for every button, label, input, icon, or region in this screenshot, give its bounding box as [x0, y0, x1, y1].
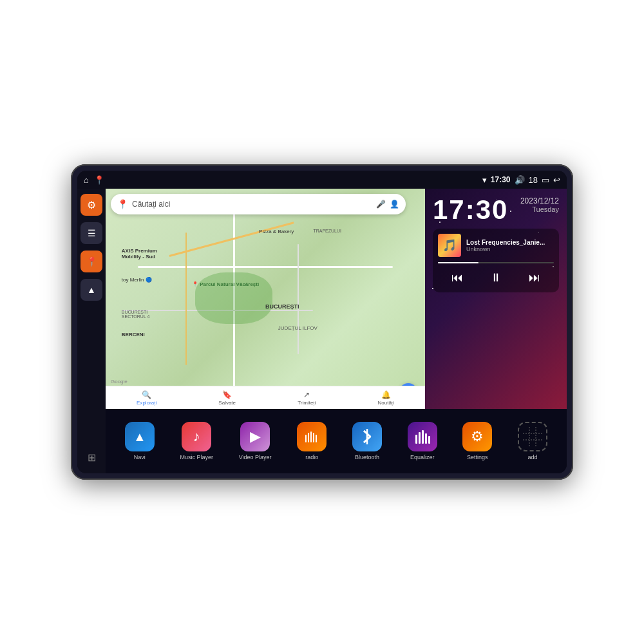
add-grid-icon	[523, 427, 542, 446]
play-icon: ▶	[250, 428, 261, 445]
music-player: 🎵 Lost Frequencies_Janie... Unknown	[433, 229, 559, 292]
clock-time-display: 17:30	[433, 196, 508, 223]
bluetooth-label: Bluetooth	[355, 454, 379, 460]
sidebar-navi-btn[interactable]: ▲	[80, 279, 102, 301]
music-player-label: Music Player	[180, 454, 214, 460]
svg-rect-8	[422, 430, 424, 444]
battery-level: 18	[529, 175, 538, 185]
bluetooth-icon	[352, 422, 382, 451]
add-label: add	[528, 454, 538, 460]
map-label-pizza: Pizza & Bakery	[259, 229, 294, 234]
map-search-bar[interactable]: 📍 Căutați aici 🎤 👤	[111, 194, 406, 214]
news-icon: 🔔	[381, 390, 391, 399]
radio-wave-icon	[304, 431, 319, 442]
map-area[interactable]: 📍 Căutați aici 🎤 👤 AXIS PremiumMobility …	[106, 189, 425, 409]
svg-rect-4	[316, 435, 317, 442]
equalizer-icon	[408, 422, 437, 451]
device-outer: ⌂ 📍 ▾ 17:30 🔊 18 ▭ ↩ ⚙ ☰	[71, 164, 573, 480]
app-add[interactable]: add	[518, 422, 547, 460]
navi-label: Navi	[134, 454, 146, 460]
back-icon[interactable]: ↩	[553, 175, 560, 185]
app-navi[interactable]: ▲ Navi	[125, 422, 155, 460]
app-equalizer[interactable]: Equalizer	[408, 422, 437, 460]
explore-icon: 🔍	[142, 390, 151, 399]
next-button[interactable]: ⏭	[524, 269, 545, 287]
settings-app-icon: ⚙	[462, 422, 492, 451]
location-icon[interactable]: 📍	[94, 175, 104, 185]
wifi-icon: ▾	[482, 175, 487, 185]
music-artist: Unknown	[466, 246, 554, 252]
sidebar: ⚙ ☰ 📍 ▲ ⊞	[77, 189, 106, 473]
map-label-trapez: TRAPEZULUI	[313, 229, 341, 233]
clock-header: 17:30 2023/12/12 Tuesday	[433, 196, 559, 223]
navi-arrow-icon: ▲	[133, 430, 146, 444]
svg-rect-9	[425, 433, 427, 444]
settings-label: Settings	[467, 454, 488, 460]
search-placeholder[interactable]: Căutați aici	[132, 200, 372, 209]
home-icon[interactable]: ⌂	[84, 175, 89, 185]
radio-label: radio	[305, 454, 318, 460]
explore-label: Explorați	[137, 400, 156, 406]
volume-icon: 🔊	[515, 175, 525, 185]
equalizer-label: Equalizer	[410, 454, 435, 460]
app-radio[interactable]: radio	[297, 422, 327, 460]
svg-rect-7	[419, 432, 421, 444]
map-nav-saved[interactable]: 🔖 Salvate	[218, 390, 236, 406]
music-thumbnail: 🎵	[438, 234, 461, 257]
pause-button[interactable]: ⏸	[485, 269, 507, 287]
app-music-player[interactable]: ♪ Music Player	[180, 422, 214, 460]
clock-area: 17:30 2023/12/12 Tuesday 🎵 Lost	[425, 189, 567, 409]
app-settings[interactable]: ⚙ Settings	[462, 422, 492, 460]
google-watermark: Google	[111, 379, 128, 384]
eq-bars-icon	[414, 430, 431, 444]
app-bluetooth[interactable]: Bluetooth	[352, 422, 382, 460]
map-label-ilfov: JUDEȚUL ILFOV	[278, 325, 317, 331]
map-background: 📍 Căutați aici 🎤 👤 AXIS PremiumMobility …	[106, 189, 425, 409]
main-area: ⚙ ☰ 📍 ▲ ⊞	[77, 189, 567, 473]
user-icon[interactable]: 👤	[390, 200, 399, 209]
map-pin-icon: 📍	[86, 256, 97, 267]
status-right: ▾ 17:30 🔊 18 ▭ ↩	[482, 175, 560, 185]
map-label-berceni: BERCENI	[122, 332, 145, 337]
settings-icon: ⚙	[87, 199, 96, 211]
map-bottom-nav: 🔍 Explorați 🔖 Salvate ↗ Trimiteți	[106, 386, 425, 409]
clock-date-display: 2023/12/12 Tuesday	[520, 196, 559, 213]
music-player-icon: ♪	[182, 422, 211, 451]
sidebar-map-btn[interactable]: 📍	[80, 251, 102, 272]
prev-button[interactable]: ⏮	[446, 269, 468, 287]
music-text: Lost Frequencies_Janie... Unknown	[466, 239, 554, 252]
app-video-player[interactable]: ▶ Video Player	[239, 422, 272, 460]
sidebar-settings-btn[interactable]: ⚙	[80, 194, 102, 216]
clock-date-value: 2023/12/12	[520, 196, 559, 205]
saved-label: Salvate	[218, 400, 236, 406]
microphone-icon[interactable]: 🎤	[376, 200, 386, 209]
saved-icon: 🔖	[222, 390, 232, 399]
svg-rect-3	[313, 433, 314, 442]
app-grid: ▲ Navi ♪ Music Player ▶ Vid	[106, 409, 567, 473]
menu-icon: ☰	[88, 228, 96, 238]
map-label-buc: BUCUREȘTI	[265, 303, 299, 310]
music-progress-fill	[438, 262, 478, 263]
radio-icon	[297, 422, 327, 451]
music-info: 🎵 Lost Frequencies_Janie... Unknown	[438, 234, 554, 257]
grid-icon: ⊞	[88, 451, 96, 464]
google-maps-icon: 📍	[117, 199, 128, 209]
clock-display: 17:30	[491, 175, 511, 184]
add-icon	[518, 422, 547, 451]
video-player-label: Video Player	[239, 454, 272, 460]
device-screen: ⌂ 📍 ▾ 17:30 🔊 18 ▭ ↩ ⚙ ☰	[77, 171, 567, 473]
music-progress-bar[interactable]	[438, 262, 554, 263]
map-label-merlin: toy Merlin 🔵	[122, 277, 152, 283]
music-title: Lost Frequencies_Janie...	[466, 239, 554, 246]
navi-icon: ▲	[125, 422, 155, 451]
bluetooth-symbol-icon	[361, 428, 374, 446]
map-label-axis: AXIS PremiumMobility - Sud	[122, 248, 157, 260]
sidebar-grid-btn[interactable]: ⊞	[80, 446, 102, 468]
music-note-icon: ♪	[193, 428, 200, 445]
arrow-icon: ▲	[87, 285, 96, 295]
map-nav-explore[interactable]: 🔍 Explorați	[137, 390, 156, 406]
map-nav-send[interactable]: ↗ Trimiteți	[298, 390, 316, 406]
music-controls: ⏮ ⏸ ⏭	[438, 269, 554, 287]
map-nav-news[interactable]: 🔔 Noutăți	[378, 390, 394, 406]
sidebar-menu-btn[interactable]: ☰	[80, 222, 102, 244]
